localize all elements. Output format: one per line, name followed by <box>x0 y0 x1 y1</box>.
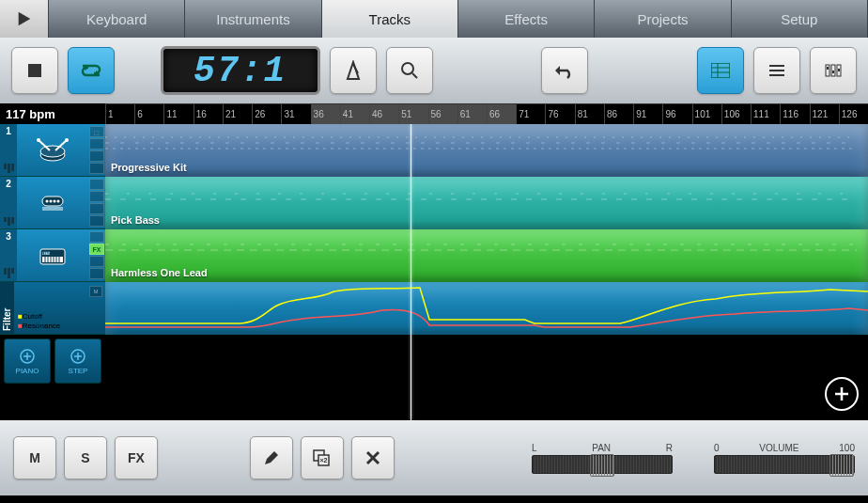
clip-filter-automation[interactable] <box>105 282 868 335</box>
undo-icon <box>554 62 575 79</box>
clips-area[interactable]: Progressive Kit Pick Bass Harmless One L… <box>105 124 868 420</box>
duplicate-button[interactable]: ×2 <box>301 436 344 479</box>
zoom-button[interactable] <box>386 47 433 94</box>
pan-slider[interactable] <box>532 455 673 474</box>
svg-point-26 <box>37 138 40 142</box>
svg-text:LEAD: LEAD <box>42 251 51 255</box>
clip-lead[interactable]: Harmless One Lead <box>105 229 868 282</box>
mute-badge[interactable] <box>89 268 104 279</box>
ruler-tick[interactable]: 91 <box>633 104 662 124</box>
tab-projects[interactable]: Projects <box>595 0 731 38</box>
ruler-tick[interactable]: 86 <box>604 104 633 124</box>
ruler-tick[interactable]: 31 <box>281 104 310 124</box>
tab-effects[interactable]: Effects <box>458 0 595 38</box>
tab-setup[interactable]: Setup <box>732 0 868 38</box>
add-clip-button[interactable] <box>825 377 859 411</box>
ruler-tick[interactable]: 6 <box>134 104 163 124</box>
ruler-tick[interactable]: 111 <box>751 104 780 124</box>
filter-track-header[interactable]: Filter M ■Cutoff ■Resonance <box>0 282 105 335</box>
ruler-tick[interactable]: 121 <box>810 104 839 124</box>
ruler-tick[interactable]: 106 <box>721 104 751 124</box>
ruler-tick[interactable]: 1 <box>105 104 134 124</box>
track-number: 2 <box>6 179 11 189</box>
ruler-tick[interactable]: 56 <box>428 104 457 124</box>
add-step-button[interactable]: STEP <box>54 338 101 384</box>
view-mixer-button[interactable] <box>810 47 857 94</box>
automation-badge[interactable]: ⬚ <box>89 126 104 137</box>
ruler-tick[interactable]: 96 <box>662 104 691 124</box>
ruler-tick[interactable]: 66 <box>487 104 516 124</box>
clip-drums[interactable]: Progressive Kit <box>105 124 868 177</box>
stop-icon <box>27 63 42 78</box>
ruler-tick[interactable]: 76 <box>545 104 574 124</box>
clip-bass[interactable]: Pick Bass <box>105 177 868 229</box>
track-header-3[interactable]: 3 LEAD FX <box>0 229 105 282</box>
view-list-button[interactable] <box>753 47 800 94</box>
svg-rect-19 <box>827 67 829 70</box>
ruler-tick[interactable]: 71 <box>516 104 545 124</box>
mute-badge[interactable] <box>89 163 104 174</box>
svg-point-27 <box>65 138 69 142</box>
svg-point-30 <box>50 199 53 202</box>
ruler-tick[interactable]: 11 <box>163 104 193 124</box>
ruler-tick[interactable]: 46 <box>369 104 398 124</box>
add-piano-button[interactable]: PIANO <box>4 338 51 384</box>
level-meter-icon <box>4 164 14 173</box>
ruler-tick[interactable]: 101 <box>692 104 721 124</box>
solo-badge[interactable] <box>89 256 104 267</box>
bottom-toolbar: M S FX ×2 L PAN R 0 VOLUME 100 <box>0 420 868 495</box>
ruler-tick[interactable]: 26 <box>252 104 281 124</box>
ruler-tick[interactable]: 51 <box>398 104 427 124</box>
position-display[interactable]: 57:1 <box>161 46 320 95</box>
level-meter-icon <box>4 217 14 226</box>
mixer-icon <box>824 63 843 78</box>
ruler-tick[interactable]: 116 <box>780 104 809 124</box>
ruler-tick[interactable]: 81 <box>575 104 604 124</box>
stop-button[interactable] <box>11 47 58 94</box>
tab-keyboard[interactable]: Keyboard <box>49 0 185 38</box>
solo-badge[interactable] <box>89 203 104 214</box>
svg-point-31 <box>54 199 56 202</box>
volume-slider[interactable] <box>714 455 855 474</box>
tempo-display[interactable]: 117 bpm <box>0 107 105 121</box>
filter-label: Filter <box>0 282 14 334</box>
svg-marker-0 <box>18 12 30 25</box>
track-header-1[interactable]: 1 ⬚ <box>0 124 105 177</box>
pan-thumb[interactable] <box>590 454 614 477</box>
view-grid-button[interactable] <box>697 47 744 94</box>
ruler-tick[interactable]: 61 <box>457 104 487 124</box>
mute-badge[interactable] <box>89 215 104 227</box>
timeline-ruler[interactable]: 1611162126313641465156616671768186919610… <box>105 103 868 124</box>
solo-badge[interactable] <box>89 150 104 162</box>
ruler-tick[interactable]: 16 <box>194 104 223 124</box>
svg-rect-20 <box>832 71 834 73</box>
svg-rect-16 <box>826 65 829 76</box>
fx-badge[interactable] <box>89 191 104 202</box>
loop-button[interactable] <box>68 47 115 94</box>
ruler-tick[interactable]: 21 <box>223 104 252 124</box>
track-header-2[interactable]: 2 <box>0 177 105 229</box>
automation-badge[interactable] <box>89 231 104 243</box>
undo-button[interactable] <box>541 47 588 94</box>
ruler-tick[interactable]: 36 <box>311 104 340 124</box>
automation-badge[interactable] <box>89 179 104 190</box>
ruler-tick[interactable]: 126 <box>839 104 868 124</box>
solo-button[interactable]: S <box>64 436 107 479</box>
pan-left-label: L <box>532 443 537 453</box>
edit-button[interactable] <box>250 436 293 479</box>
delete-button[interactable] <box>351 436 395 479</box>
tab-tracks[interactable]: Tracks <box>322 0 458 38</box>
metronome-button[interactable] <box>330 47 377 94</box>
fx-button[interactable]: FX <box>115 436 158 479</box>
list-icon <box>767 63 786 78</box>
mute-button[interactable]: M <box>13 436 56 479</box>
fx-badge[interactable]: FX <box>89 244 104 255</box>
tab-instruments[interactable]: Instruments <box>185 0 321 38</box>
fx-badge[interactable] <box>89 138 104 149</box>
playhead[interactable] <box>411 124 411 420</box>
play-button[interactable] <box>0 0 49 38</box>
mute-badge[interactable]: M <box>89 286 102 297</box>
ruler-tick[interactable]: 41 <box>340 104 369 124</box>
volume-thumb[interactable] <box>829 454 854 477</box>
close-icon <box>365 450 380 465</box>
